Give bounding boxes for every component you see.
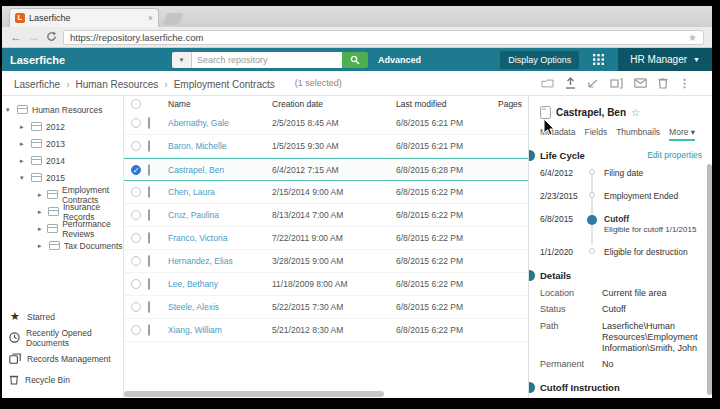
document-name-link[interactable]: Cruz, Paulina xyxy=(168,210,272,220)
details-section: Details LocationCurrent file areaStatusC… xyxy=(540,270,706,371)
app-grid-icon[interactable] xyxy=(593,54,604,65)
select-all-checkbox[interactable] xyxy=(131,99,141,109)
detail-field: StatusCutoff xyxy=(540,304,706,315)
document-name-link[interactable]: Chen, Laura xyxy=(168,187,272,197)
forward-icon[interactable]: → xyxy=(28,31,40,43)
delete-icon[interactable] xyxy=(658,77,668,89)
user-menu[interactable]: HR Manager ▼ xyxy=(618,48,712,71)
document-name-link[interactable]: Xiang, William xyxy=(168,325,272,335)
breadcrumb-item[interactable]: Laserfiche xyxy=(14,79,60,90)
row-checkbox[interactable] xyxy=(131,302,141,312)
table-row[interactable]: Abernathy, Gale2/5/2015 8:45 AM6/8/2015 … xyxy=(124,112,528,135)
panel-tab[interactable]: Thumbnails xyxy=(616,127,660,141)
new-tab-button[interactable] xyxy=(163,13,183,25)
reload-icon[interactable] xyxy=(46,28,57,46)
row-checkbox[interactable] xyxy=(131,118,141,128)
document-name-link[interactable]: Hernandez, Elias xyxy=(168,256,272,266)
search-input[interactable] xyxy=(192,52,342,68)
table-row[interactable]: Franco, Victoria7/22/2011 9:00 AM6/8/201… xyxy=(124,227,528,250)
rename-icon[interactable] xyxy=(610,78,623,89)
tree-item[interactable]: Tax Documents xyxy=(2,237,123,254)
tree-item[interactable]: 2015 xyxy=(2,169,123,186)
column-header-pages[interactable]: Pages xyxy=(498,99,528,109)
table-row[interactable]: Cruz, Paulina8/13/2014 7:00 AM6/8/2015 6… xyxy=(124,204,528,227)
tree-item[interactable]: 2012 xyxy=(2,118,123,135)
url-field[interactable]: https://repository.laserfiche.com ★ xyxy=(63,30,704,45)
document-name-link[interactable]: Lee, Bethany xyxy=(168,279,272,289)
app-header: Laserfiche ▾ Advanced Display Options HR… xyxy=(2,48,712,71)
tree-item[interactable]: Insurance Records xyxy=(2,203,123,220)
event-date: 6/8/2015 xyxy=(540,214,584,224)
share-icon[interactable] xyxy=(587,78,599,89)
tree-expander-icon[interactable] xyxy=(6,106,13,114)
tree-expander-icon[interactable] xyxy=(20,123,27,131)
vertical-scrollbar-thumb[interactable] xyxy=(707,164,712,395)
breadcrumb-item[interactable]: Employment Contracts xyxy=(158,79,275,90)
row-checkbox[interactable] xyxy=(131,165,141,175)
sidebar-item-recent-documents[interactable]: Recently Opened Documents xyxy=(2,327,123,348)
advanced-search-link[interactable]: Advanced xyxy=(378,55,421,65)
tree-expander-icon[interactable] xyxy=(20,140,27,148)
row-checkbox[interactable] xyxy=(131,325,141,335)
tree-item[interactable]: 2013 xyxy=(2,135,123,152)
breadcrumb-item[interactable]: Human Resources xyxy=(60,79,158,90)
row-checkbox[interactable] xyxy=(131,187,141,197)
table-row[interactable]: Lee, Bethany11/18/2009 8:00 AM6/8/2015 6… xyxy=(124,273,528,296)
tree-expander-icon[interactable] xyxy=(20,174,27,182)
document-name-link[interactable]: Franco, Victoria xyxy=(168,233,272,243)
search-scope-dropdown[interactable]: ▾ xyxy=(172,52,192,68)
document-name-link[interactable]: Castrapel, Ben xyxy=(168,165,272,175)
tree-expander-icon[interactable] xyxy=(38,242,45,250)
horizontal-scrollbar-thumb[interactable] xyxy=(124,391,384,397)
tree-item[interactable]: Performance Reviews xyxy=(2,220,123,237)
tree-item[interactable]: Employment Contracts xyxy=(2,186,123,203)
new-folder-icon[interactable] xyxy=(541,78,554,89)
table-row[interactable]: Castrapel, Ben6/4/2012 7:15 AM6/8/2015 6… xyxy=(124,158,528,181)
document-name-link[interactable]: Baron, Michelle xyxy=(168,141,272,151)
browser-url-bar: ← → https://repository.laserfiche.com ★ xyxy=(2,27,712,48)
tree-expander-icon[interactable] xyxy=(20,157,27,165)
column-header-creation-date[interactable]: Creation date xyxy=(272,99,396,109)
panel-tab[interactable]: Fields xyxy=(584,127,607,141)
search-button[interactable] xyxy=(342,52,368,68)
sidebar-item-starred[interactable]: ★ Starred xyxy=(2,306,123,327)
row-checkbox[interactable] xyxy=(131,256,141,266)
column-header-name[interactable]: Name xyxy=(168,99,272,109)
table-row[interactable]: Steele, Alexis5/22/2015 7:30 AM6/8/2015 … xyxy=(124,296,528,319)
table-row[interactable]: Chen, Laura2/15/2014 9:00 AM6/8/2015 6:2… xyxy=(124,181,528,204)
tree-item[interactable]: 2014 xyxy=(2,152,123,169)
tree-expander-icon[interactable] xyxy=(38,225,43,233)
section-bullet-icon xyxy=(529,382,535,393)
table-row[interactable]: Hernandez, Elias3/28/2015 9:00 AM6/8/201… xyxy=(124,250,528,273)
user-menu-label: HR Manager xyxy=(630,54,687,65)
row-checkbox[interactable] xyxy=(131,279,141,289)
email-icon[interactable] xyxy=(634,78,647,88)
row-checkbox[interactable] xyxy=(131,210,141,220)
tree-expander-icon[interactable] xyxy=(38,208,44,216)
clock-icon xyxy=(9,332,20,343)
tree-item[interactable]: Human Resources xyxy=(2,101,123,118)
horizontal-scrollbar[interactable] xyxy=(124,391,528,397)
tab-close-icon[interactable]: × xyxy=(148,13,153,23)
table-row[interactable]: Baron, Michelle1/5/2015 9:30 AM6/8/2015 … xyxy=(124,135,528,158)
document-name-link[interactable]: Steele, Alexis xyxy=(168,302,272,312)
display-options-button[interactable]: Display Options xyxy=(500,51,579,69)
tree-expander-icon[interactable] xyxy=(38,191,43,199)
row-checkbox[interactable] xyxy=(131,233,141,243)
more-actions-icon[interactable]: ⋮ xyxy=(679,77,690,90)
document-name-link[interactable]: Abernathy, Gale xyxy=(168,118,272,128)
edit-properties-link[interactable]: Edit properties xyxy=(647,150,702,160)
bookmark-star-icon[interactable]: ★ xyxy=(688,32,697,43)
browser-tab[interactable]: L Laserfiche × xyxy=(9,8,159,27)
sidebar-item-recycle-bin[interactable]: Recycle Bin xyxy=(2,369,123,390)
upload-icon[interactable] xyxy=(565,77,576,89)
panel-tab[interactable]: More ▾ xyxy=(669,127,695,141)
sidebar-item-records-management[interactable]: Records Management xyxy=(2,348,123,369)
app-logo[interactable]: Laserfiche xyxy=(2,54,172,66)
table-row[interactable]: Xiang, William5/21/2012 8:30 AM6/8/2015 … xyxy=(124,319,528,342)
row-checkbox[interactable] xyxy=(131,141,141,151)
column-header-last-modified[interactable]: Last modified xyxy=(396,99,498,109)
metadata-panel: Castrapel, Ben ☆ MetadataFieldsThumbnail… xyxy=(528,96,712,398)
favorite-star-icon[interactable]: ☆ xyxy=(631,107,640,118)
back-icon[interactable]: ← xyxy=(10,31,22,43)
